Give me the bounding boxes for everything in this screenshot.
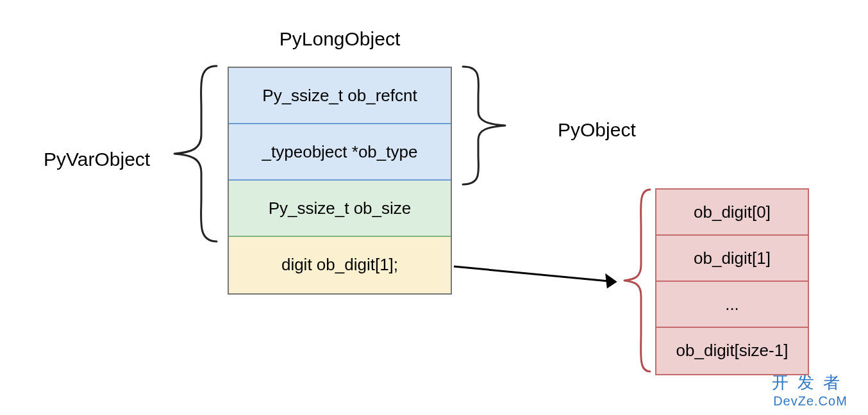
array-ob-digit: ob_digit[0] ob_digit[1] ... ob_digit[siz… xyxy=(655,188,809,375)
watermark-cn: 开发者 xyxy=(772,371,849,394)
label-pyobject: PyObject xyxy=(558,119,636,141)
array-cell-last: ob_digit[size-1] xyxy=(656,328,808,374)
svg-marker-1 xyxy=(606,275,615,287)
field-ob-size: Py_ssize_t ob_size xyxy=(229,181,451,237)
watermark-en: DevZe.CoM xyxy=(772,394,849,409)
array-cell-dots: ... xyxy=(656,282,808,328)
diagram-stage: PyLongObject Py_ssize_t ob_refcnt _typeo… xyxy=(0,0,868,415)
arrow-ob-digit-icon xyxy=(449,256,635,301)
field-ob-type: _typeobject *ob_type xyxy=(229,124,451,181)
field-ob-digit: digit ob_digit[1]; xyxy=(229,237,451,293)
array-cell-1: ob_digit[1] xyxy=(656,236,808,282)
struct-pylongobject: Py_ssize_t ob_refcnt _typeobject *ob_typ… xyxy=(228,67,452,295)
title-pylongobject: PyLongObject xyxy=(228,28,452,50)
brace-obdigit-array-icon xyxy=(619,184,655,377)
brace-pyobject-icon xyxy=(455,61,514,190)
watermark: 开发者 DevZe.CoM xyxy=(772,371,849,409)
brace-pyvarobject-icon xyxy=(165,61,224,247)
label-pyvarobject: PyVarObject xyxy=(44,149,150,170)
svg-line-0 xyxy=(454,266,615,282)
array-cell-0: ob_digit[0] xyxy=(656,190,808,236)
field-ob-refcnt: Py_ssize_t ob_refcnt xyxy=(229,68,451,124)
